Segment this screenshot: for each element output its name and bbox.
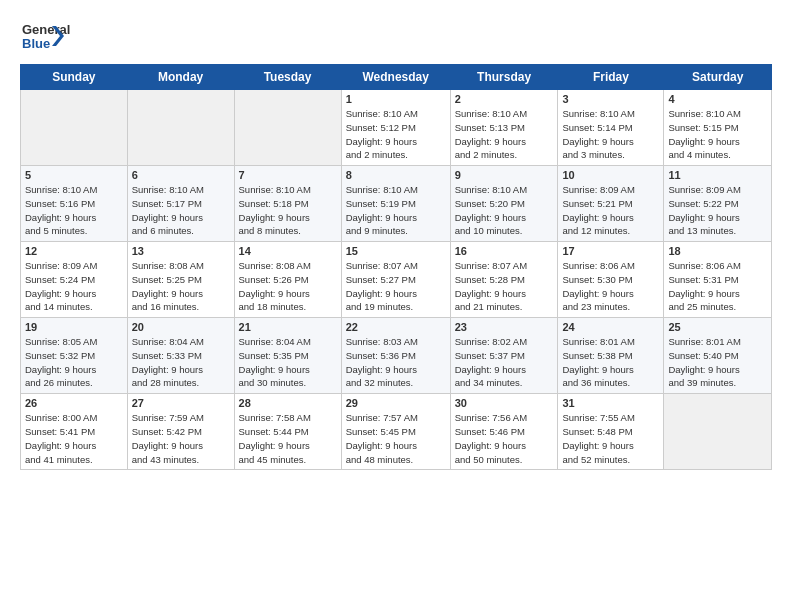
day-info: Sunrise: 8:04 AM Sunset: 5:35 PM Dayligh…	[239, 335, 337, 390]
day-number: 16	[455, 245, 554, 257]
day-info: Sunrise: 8:02 AM Sunset: 5:37 PM Dayligh…	[455, 335, 554, 390]
calendar-cell: 4Sunrise: 8:10 AM Sunset: 5:15 PM Daylig…	[664, 90, 772, 166]
calendar-cell: 7Sunrise: 8:10 AM Sunset: 5:18 PM Daylig…	[234, 166, 341, 242]
calendar-cell: 31Sunrise: 7:55 AM Sunset: 5:48 PM Dayli…	[558, 394, 664, 470]
calendar-cell: 15Sunrise: 8:07 AM Sunset: 5:27 PM Dayli…	[341, 242, 450, 318]
day-info: Sunrise: 8:00 AM Sunset: 5:41 PM Dayligh…	[25, 411, 123, 466]
day-info: Sunrise: 8:01 AM Sunset: 5:40 PM Dayligh…	[668, 335, 767, 390]
day-number: 24	[562, 321, 659, 333]
weekday-header-friday: Friday	[558, 65, 664, 90]
calendar-body: 1Sunrise: 8:10 AM Sunset: 5:12 PM Daylig…	[21, 90, 772, 470]
day-number: 26	[25, 397, 123, 409]
calendar-cell: 17Sunrise: 8:06 AM Sunset: 5:30 PM Dayli…	[558, 242, 664, 318]
calendar-cell: 24Sunrise: 8:01 AM Sunset: 5:38 PM Dayli…	[558, 318, 664, 394]
calendar-cell: 28Sunrise: 7:58 AM Sunset: 5:44 PM Dayli…	[234, 394, 341, 470]
weekday-header-thursday: Thursday	[450, 65, 558, 90]
calendar-cell: 1Sunrise: 8:10 AM Sunset: 5:12 PM Daylig…	[341, 90, 450, 166]
calendar-week-4: 19Sunrise: 8:05 AM Sunset: 5:32 PM Dayli…	[21, 318, 772, 394]
day-info: Sunrise: 8:08 AM Sunset: 5:25 PM Dayligh…	[132, 259, 230, 314]
svg-text:General: General	[22, 22, 70, 37]
day-info: Sunrise: 7:59 AM Sunset: 5:42 PM Dayligh…	[132, 411, 230, 466]
calendar: SundayMondayTuesdayWednesdayThursdayFrid…	[20, 64, 772, 470]
day-info: Sunrise: 8:07 AM Sunset: 5:28 PM Dayligh…	[455, 259, 554, 314]
day-info: Sunrise: 8:03 AM Sunset: 5:36 PM Dayligh…	[346, 335, 446, 390]
day-number: 3	[562, 93, 659, 105]
calendar-cell: 23Sunrise: 8:02 AM Sunset: 5:37 PM Dayli…	[450, 318, 558, 394]
day-number: 7	[239, 169, 337, 181]
calendar-cell: 13Sunrise: 8:08 AM Sunset: 5:25 PM Dayli…	[127, 242, 234, 318]
day-number: 12	[25, 245, 123, 257]
day-number: 30	[455, 397, 554, 409]
day-info: Sunrise: 8:10 AM Sunset: 5:16 PM Dayligh…	[25, 183, 123, 238]
weekday-header-sunday: Sunday	[21, 65, 128, 90]
day-info: Sunrise: 7:55 AM Sunset: 5:48 PM Dayligh…	[562, 411, 659, 466]
logo-icon: General Blue	[20, 18, 90, 54]
calendar-cell	[664, 394, 772, 470]
day-number: 18	[668, 245, 767, 257]
weekday-header-monday: Monday	[127, 65, 234, 90]
svg-text:Blue: Blue	[22, 36, 50, 51]
header: General Blue	[20, 18, 772, 54]
day-number: 2	[455, 93, 554, 105]
day-info: Sunrise: 8:10 AM Sunset: 5:17 PM Dayligh…	[132, 183, 230, 238]
calendar-cell: 14Sunrise: 8:08 AM Sunset: 5:26 PM Dayli…	[234, 242, 341, 318]
calendar-header: SundayMondayTuesdayWednesdayThursdayFrid…	[21, 65, 772, 90]
logo: General Blue	[20, 18, 90, 54]
calendar-cell	[21, 90, 128, 166]
day-number: 19	[25, 321, 123, 333]
calendar-cell: 8Sunrise: 8:10 AM Sunset: 5:19 PM Daylig…	[341, 166, 450, 242]
calendar-cell: 12Sunrise: 8:09 AM Sunset: 5:24 PM Dayli…	[21, 242, 128, 318]
day-info: Sunrise: 7:58 AM Sunset: 5:44 PM Dayligh…	[239, 411, 337, 466]
day-info: Sunrise: 8:10 AM Sunset: 5:19 PM Dayligh…	[346, 183, 446, 238]
weekday-header-tuesday: Tuesday	[234, 65, 341, 90]
day-number: 11	[668, 169, 767, 181]
calendar-week-3: 12Sunrise: 8:09 AM Sunset: 5:24 PM Dayli…	[21, 242, 772, 318]
day-number: 27	[132, 397, 230, 409]
calendar-cell: 9Sunrise: 8:10 AM Sunset: 5:20 PM Daylig…	[450, 166, 558, 242]
calendar-week-1: 1Sunrise: 8:10 AM Sunset: 5:12 PM Daylig…	[21, 90, 772, 166]
day-number: 6	[132, 169, 230, 181]
day-info: Sunrise: 8:09 AM Sunset: 5:24 PM Dayligh…	[25, 259, 123, 314]
day-number: 28	[239, 397, 337, 409]
day-info: Sunrise: 7:56 AM Sunset: 5:46 PM Dayligh…	[455, 411, 554, 466]
day-number: 9	[455, 169, 554, 181]
day-info: Sunrise: 8:01 AM Sunset: 5:38 PM Dayligh…	[562, 335, 659, 390]
calendar-cell: 3Sunrise: 8:10 AM Sunset: 5:14 PM Daylig…	[558, 90, 664, 166]
day-info: Sunrise: 8:09 AM Sunset: 5:22 PM Dayligh…	[668, 183, 767, 238]
calendar-cell: 25Sunrise: 8:01 AM Sunset: 5:40 PM Dayli…	[664, 318, 772, 394]
day-info: Sunrise: 8:04 AM Sunset: 5:33 PM Dayligh…	[132, 335, 230, 390]
day-info: Sunrise: 8:10 AM Sunset: 5:15 PM Dayligh…	[668, 107, 767, 162]
day-number: 10	[562, 169, 659, 181]
calendar-cell: 2Sunrise: 8:10 AM Sunset: 5:13 PM Daylig…	[450, 90, 558, 166]
day-info: Sunrise: 7:57 AM Sunset: 5:45 PM Dayligh…	[346, 411, 446, 466]
day-info: Sunrise: 8:10 AM Sunset: 5:12 PM Dayligh…	[346, 107, 446, 162]
calendar-cell: 16Sunrise: 8:07 AM Sunset: 5:28 PM Dayli…	[450, 242, 558, 318]
day-number: 5	[25, 169, 123, 181]
calendar-cell: 27Sunrise: 7:59 AM Sunset: 5:42 PM Dayli…	[127, 394, 234, 470]
day-number: 17	[562, 245, 659, 257]
day-info: Sunrise: 8:10 AM Sunset: 5:13 PM Dayligh…	[455, 107, 554, 162]
day-number: 21	[239, 321, 337, 333]
weekday-header-wednesday: Wednesday	[341, 65, 450, 90]
calendar-cell: 30Sunrise: 7:56 AM Sunset: 5:46 PM Dayli…	[450, 394, 558, 470]
day-number: 4	[668, 93, 767, 105]
calendar-cell: 5Sunrise: 8:10 AM Sunset: 5:16 PM Daylig…	[21, 166, 128, 242]
calendar-cell: 6Sunrise: 8:10 AM Sunset: 5:17 PM Daylig…	[127, 166, 234, 242]
day-number: 31	[562, 397, 659, 409]
calendar-week-5: 26Sunrise: 8:00 AM Sunset: 5:41 PM Dayli…	[21, 394, 772, 470]
day-number: 14	[239, 245, 337, 257]
day-number: 15	[346, 245, 446, 257]
weekday-row: SundayMondayTuesdayWednesdayThursdayFrid…	[21, 65, 772, 90]
calendar-cell: 19Sunrise: 8:05 AM Sunset: 5:32 PM Dayli…	[21, 318, 128, 394]
day-number: 8	[346, 169, 446, 181]
calendar-cell: 10Sunrise: 8:09 AM Sunset: 5:21 PM Dayli…	[558, 166, 664, 242]
day-info: Sunrise: 8:05 AM Sunset: 5:32 PM Dayligh…	[25, 335, 123, 390]
calendar-cell: 29Sunrise: 7:57 AM Sunset: 5:45 PM Dayli…	[341, 394, 450, 470]
day-number: 1	[346, 93, 446, 105]
calendar-week-2: 5Sunrise: 8:10 AM Sunset: 5:16 PM Daylig…	[21, 166, 772, 242]
day-number: 22	[346, 321, 446, 333]
day-number: 20	[132, 321, 230, 333]
page: General Blue SundayMondayTuesdayWednesda…	[0, 0, 792, 480]
calendar-cell	[127, 90, 234, 166]
day-info: Sunrise: 8:09 AM Sunset: 5:21 PM Dayligh…	[562, 183, 659, 238]
